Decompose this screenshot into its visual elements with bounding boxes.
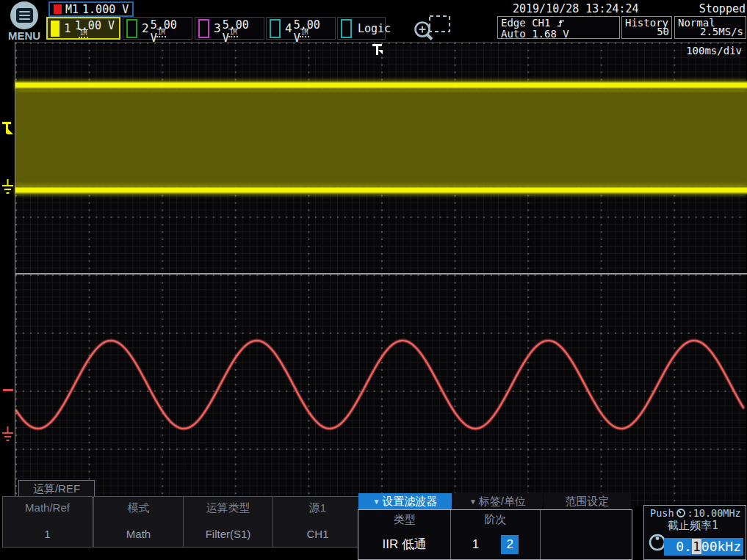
menu-button-math-ref[interactable]: Math/Ref 1 <box>2 496 93 548</box>
channel-4-impedance-icon: 1M <box>300 29 310 37</box>
rising-edge-icon <box>557 19 566 27</box>
soft-button-setup-filter[interactable]: ▼ 设置滤波器 <box>358 493 452 509</box>
soft-button-label: 范围设定 <box>566 495 610 509</box>
channel-1-impedance-icon: 1M <box>79 29 89 38</box>
math-channel-color-swatch <box>54 4 62 14</box>
cutoff-frequency-panel: Push :10.00MHz 截止频率1 0.100kHz <box>643 505 746 560</box>
oscilloscope-screen: MENU M1 1.000 V 2019/10/28 13:24:24 Stop… <box>0 0 747 560</box>
math-channel-indicator[interactable]: M1 1.000 V <box>48 1 134 17</box>
menu-button-value: Math <box>94 528 183 540</box>
channel-2-number: 2 <box>142 21 149 35</box>
trigger-level: Auto 1.68 V <box>501 29 616 40</box>
ch1-band-bottom-edge <box>15 186 747 194</box>
soft-button-range-setting[interactable]: 范围设定 <box>544 493 631 509</box>
menu-button-source1[interactable]: 源1 CH1 <box>273 496 363 548</box>
math-channel-scale: 1.000 V <box>82 3 129 16</box>
logic-label: Logic <box>358 22 391 35</box>
dropdown-arrow-icon: ▼ <box>373 498 380 506</box>
filter-order-option-2-selected[interactable]: 2 <box>501 535 519 554</box>
trigger-settings-box[interactable]: Edge CH1 Auto 1.68 V <box>497 16 620 39</box>
channel-3-color-bar <box>198 19 209 38</box>
edit-cursor: 1 <box>692 539 701 554</box>
filter-type-value: IIR 低通 <box>358 536 450 553</box>
timebase-readout: 100ms/div <box>686 45 742 57</box>
channel-2-impedance-icon: 1M <box>156 29 167 37</box>
channel-4-color-bar <box>270 19 281 38</box>
menu-button-label: Math/Ref <box>3 501 92 514</box>
ch1-noise-band <box>15 90 747 186</box>
menu-button-label: MENU <box>4 29 44 42</box>
channel-1-color-bar <box>51 21 59 37</box>
cutoff-frequency-value[interactable]: 0.100kHz <box>664 538 743 556</box>
ch1-ground-marker[interactable] <box>1 179 14 197</box>
trigger-type: Edge CH1 <box>501 17 550 29</box>
history-count: 50 <box>657 26 669 37</box>
menu-tab-math-ref[interactable]: 运算/REF <box>18 480 95 498</box>
window-divider <box>15 273 747 274</box>
datetime-display: 2019/10/28 13:24:24 <box>513 2 639 15</box>
channel-4-number: 4 <box>285 21 292 35</box>
math1-ground-marker[interactable] <box>1 426 14 444</box>
channel-1-number: 1 <box>64 21 71 35</box>
acquisition-status: Stopped <box>699 2 746 15</box>
popup-empty-column <box>540 510 632 559</box>
parameter-label: 截止频率1 <box>668 519 718 533</box>
channel-4-indicator[interactable]: 4 5.00 V1M <box>266 17 336 40</box>
menu-button-value: CH1 <box>273 528 362 540</box>
math-channel-label: M1 <box>65 3 79 16</box>
filter-order-option-1[interactable]: 1 <box>472 537 479 552</box>
trigger-position-marker[interactable] <box>372 43 386 58</box>
ch1-trigger-level-marker[interactable] <box>1 121 15 139</box>
menu-button-label: 运算类型 <box>184 501 273 515</box>
math1-level-marker[interactable] <box>3 389 13 391</box>
soft-button-label-unit[interactable]: ▼ 标签/单位 <box>453 493 542 509</box>
acquisition-mode-box[interactable]: Normal 2.5MS/s <box>674 16 746 39</box>
filter-type-header: 类型 <box>358 513 450 527</box>
history-box[interactable]: History 50 <box>621 16 672 39</box>
soft-button-label: 设置滤波器 <box>382 495 437 509</box>
channel-3-impedance-icon: 1M <box>228 29 239 37</box>
channel-3-indicator[interactable]: 3 5.00 V1M <box>195 17 264 40</box>
logic-indicator[interactable]: Logic <box>337 17 386 40</box>
channel-2-indicator[interactable]: 2 5.00 V1M <box>123 17 192 40</box>
channel-3-number: 3 <box>214 21 221 35</box>
filter-order-column: 阶次 1 2 <box>450 510 539 559</box>
hamburger-icon <box>16 8 33 23</box>
channel-2-color-bar <box>126 19 137 38</box>
push-knob-hint: Push :10.00MHz <box>650 507 741 519</box>
menu-button-mode[interactable]: 模式 Math <box>93 496 184 548</box>
soft-button-label: 标签/单位 <box>479 495 526 509</box>
zoom-search-icon[interactable] <box>410 14 455 40</box>
menu-button-operation-type[interactable]: 运算类型 Filter(S1) <box>183 496 273 548</box>
dropdown-arrow-icon: ▼ <box>469 498 477 506</box>
waveform-display-area: 100ms/div <box>15 42 746 506</box>
menu-button[interactable] <box>10 1 38 29</box>
knob-push-icon <box>676 508 686 518</box>
logic-color-bar <box>341 19 352 38</box>
filter-type-column[interactable]: 类型 IIR 低通 <box>358 510 450 559</box>
filter-setup-popup: 类型 IIR 低通 阶次 1 2 <box>358 509 632 560</box>
ch1-band-top-edge <box>15 81 747 90</box>
menu-button-value: 1 <box>3 528 92 540</box>
sample-rate: 2.5MS/s <box>700 26 743 37</box>
channel-1-indicator[interactable]: 1 1.00 V1M <box>46 17 120 40</box>
menu-button-label: 源1 <box>273 501 362 515</box>
menu-button-value: Filter(S1) <box>184 528 273 540</box>
menu-button-label: 模式 <box>94 501 183 515</box>
filter-order-header: 阶次 <box>451 513 539 527</box>
